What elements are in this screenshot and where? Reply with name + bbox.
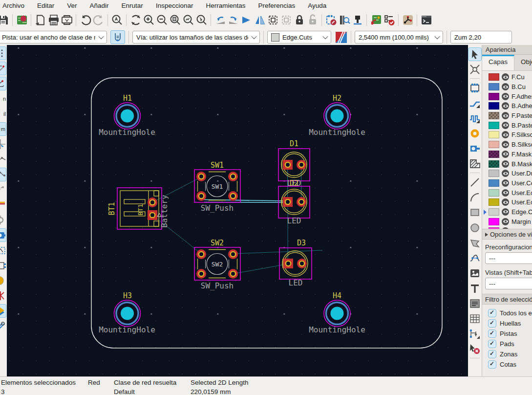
draw-rectangle-tool-icon[interactable] (468, 206, 481, 219)
visibility-eye-icon[interactable] (502, 131, 509, 138)
layer-row-usereco2[interactable]: User.Eco2 (482, 198, 532, 207)
menu-herramientas[interactable]: Herramientas (199, 1, 252, 10)
visibility-eye-icon[interactable] (502, 208, 509, 216)
zoom-fit-objects-icon[interactable] (182, 14, 195, 27)
add-via-tool-icon[interactable] (468, 127, 481, 140)
redo-icon[interactable] (92, 14, 105, 27)
board-setup-icon[interactable] (15, 14, 28, 27)
layer-row-bpaste[interactable]: B.Paste (482, 120, 532, 130)
zoom-fit-page-icon[interactable] (169, 14, 182, 27)
visibility-eye-icon[interactable] (502, 93, 509, 100)
display-options-header[interactable]: Opciones de visualización (482, 229, 532, 240)
local-ratsnest-tool-icon[interactable] (468, 82, 481, 94)
ratsnest-curved-icon[interactable] (0, 168, 6, 181)
zoom-select[interactable]: Zum 2,20 (450, 31, 512, 44)
find-icon[interactable] (110, 14, 124, 27)
menu-inspeccionar[interactable]: Inspeccionar (149, 1, 200, 10)
visibility-eye-icon[interactable] (502, 198, 509, 206)
filter-all-items[interactable]: Todos los elementos (482, 308, 532, 318)
print-icon[interactable] (47, 14, 60, 27)
layer-row-fcu[interactable]: F.Cu (482, 72, 532, 82)
crosshair-cursor-icon[interactable] (0, 137, 6, 151)
zoom-in-icon[interactable] (142, 14, 155, 27)
units-inches-icon[interactable]: n (0, 92, 6, 106)
checkbox-checked-icon[interactable] (488, 309, 496, 317)
drawings-display-icon[interactable] (0, 289, 6, 303)
ratsnest-visibility-icon[interactable] (0, 153, 6, 166)
presets-select[interactable]: --- (485, 252, 532, 264)
checkbox-checked-icon[interactable] (488, 340, 496, 348)
filter-footprints[interactable]: Huellas (482, 318, 532, 329)
delete-tool-icon[interactable] (468, 343, 481, 355)
draw-bezier-tool-icon[interactable] (468, 252, 481, 264)
layer-row-fcourtyard[interactable]: F.Courtyard (482, 226, 532, 229)
layer-color-swatch[interactable] (489, 189, 499, 197)
via-size-select[interactable]: Vía: utilizar los tamaños de las clases … (132, 31, 260, 44)
menu-ayuda[interactable]: Ayuda (301, 1, 333, 10)
layer-row-usercomments[interactable]: User.Comments (482, 178, 532, 188)
layer-color-swatch[interactable] (489, 198, 499, 206)
units-mils-icon[interactable]: il (0, 107, 6, 121)
tab-objetos[interactable]: Objetos (514, 55, 532, 70)
design-rules-check-icon[interactable] (383, 14, 396, 27)
pads-display-icon[interactable] (0, 228, 6, 242)
highlight-net-tool-icon[interactable] (468, 63, 481, 76)
layer-row-usereco1[interactable]: User.Eco1 (482, 188, 532, 198)
polar-coordinates-icon[interactable] (0, 77, 6, 90)
select-tool-icon[interactable] (468, 48, 481, 61)
add-zone-tool-icon[interactable] (468, 157, 481, 170)
visibility-eye-icon[interactable] (502, 122, 509, 129)
draw-arc-tool-icon[interactable] (468, 191, 481, 204)
lock-icon[interactable] (293, 14, 306, 27)
visibility-eye-icon[interactable] (502, 141, 509, 148)
ratsnest-local-icon[interactable] (0, 183, 6, 197)
add-table-tool-icon[interactable] (468, 312, 481, 325)
via-properties-icon[interactable] (351, 14, 364, 27)
layer-color-swatch[interactable] (489, 83, 499, 90)
menu-preferencias[interactable]: Preferencias (252, 1, 301, 10)
layer-pair-icon[interactable] (335, 31, 347, 44)
nav-forward-icon[interactable] (227, 14, 240, 27)
units-mm-icon[interactable]: m (0, 122, 6, 136)
draw-line-tool-icon[interactable] (468, 176, 481, 189)
zoom-refresh-icon[interactable] (129, 14, 142, 27)
visibility-eye-icon[interactable] (502, 102, 509, 110)
menu-anadir[interactable]: Añadir (84, 1, 115, 10)
route-track-tool-icon[interactable] (468, 97, 481, 110)
layer-row-bsilk[interactable]: B.Silkscreen (482, 140, 532, 150)
filter-dimensions[interactable]: Cotas (482, 359, 532, 370)
nav-back-icon[interactable] (213, 14, 227, 27)
layer-color-swatch[interactable] (489, 227, 499, 229)
plot-icon[interactable] (60, 14, 73, 27)
menu-ver[interactable]: Ver (61, 1, 83, 10)
layer-row-edgecuts[interactable]: Edge.Cuts (482, 207, 532, 217)
zoom-out-icon[interactable] (155, 14, 169, 27)
zones-display-icon[interactable] (0, 274, 6, 287)
visibility-eye-icon[interactable] (502, 112, 509, 119)
visibility-eye-icon[interactable] (502, 227, 509, 229)
vias-display-icon[interactable] (0, 213, 6, 227)
layer-row-badhes[interactable]: B.Adhes (482, 101, 532, 111)
layer-row-fmask[interactable]: F.Mask (482, 150, 532, 159)
draw-polygon-tool-icon[interactable] (468, 237, 481, 249)
layer-color-swatch[interactable] (489, 151, 499, 158)
layer-row-fsilk[interactable]: F.Silkscreen (482, 130, 532, 140)
visibility-eye-icon[interactable] (502, 189, 509, 197)
update-pcb-from-schematic-icon[interactable] (369, 14, 383, 27)
auto-track-width-toggle[interactable] (110, 30, 125, 44)
selection-filter-header[interactable]: Filtro de selección (482, 294, 532, 305)
checkbox-checked-icon[interactable] (488, 350, 496, 358)
checkbox-checked-icon[interactable] (488, 360, 496, 369)
track-width-select[interactable]: Pista: usar el ancho de clase de red (0, 31, 107, 44)
checkbox-checked-icon[interactable] (488, 329, 496, 338)
visibility-eye-icon[interactable] (502, 160, 509, 168)
menu-editar[interactable]: Editar (31, 1, 61, 10)
layer-row-fpaste[interactable]: F.Paste (482, 111, 532, 121)
layer-color-swatch[interactable] (489, 122, 499, 129)
grid-select[interactable]: 2,5400 mm (100,00 mils) (355, 31, 443, 44)
layer-color-swatch[interactable] (489, 141, 499, 148)
add-footprint-tool-icon[interactable] (468, 142, 481, 155)
filter-tracks[interactable]: Pistas (482, 329, 532, 339)
pcb-traces-tool-icon[interactable] (401, 14, 414, 27)
group-icon[interactable] (266, 14, 279, 27)
